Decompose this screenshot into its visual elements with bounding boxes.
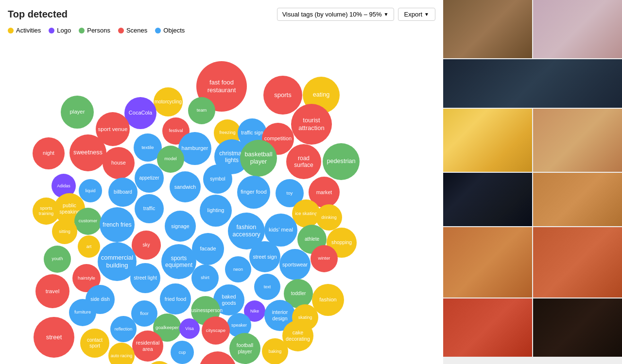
- filter-label: Visual tags (by volume) 10% – 95%: [282, 11, 382, 18]
- thumbnail-10[interactable]: [443, 298, 532, 357]
- chevron-down-icon: ▼: [384, 12, 389, 17]
- bubble-night[interactable]: night: [33, 137, 65, 169]
- thumbnail-11[interactable]: [533, 298, 622, 357]
- bubble-team[interactable]: team: [188, 97, 215, 124]
- bubble-motorcycling[interactable]: motorcycling: [154, 87, 183, 116]
- bubble-sports-equipment[interactable]: sports equipment: [161, 244, 196, 279]
- filter-button[interactable]: Visual tags (by volume) 10% – 95% ▼: [277, 8, 394, 21]
- bubble-sportswear[interactable]: sportswear: [279, 249, 311, 280]
- thumbnail-7[interactable]: [533, 173, 622, 226]
- bubble-youth[interactable]: youth: [44, 246, 71, 273]
- bubble-fried-food[interactable]: fried food: [160, 283, 191, 314]
- bubble-sports-training[interactable]: sports training: [33, 198, 60, 225]
- bubble-cup[interactable]: cup: [171, 341, 194, 364]
- bubble-tourist-attraction[interactable]: tourist attraction: [291, 104, 332, 145]
- bubble-basketball-player[interactable]: basketball player: [240, 140, 277, 177]
- bubble-player[interactable]: player: [61, 96, 94, 129]
- legend-label-logo: Logo: [57, 27, 71, 34]
- bubble-traffic[interactable]: traffic: [135, 194, 164, 223]
- bubble-street-sign[interactable]: street sign: [249, 241, 280, 272]
- left-panel: Top detected Visual tags (by volume) 10%…: [0, 0, 443, 364]
- controls: Visual tags (by volume) 10% – 95% ▼ Expo…: [277, 8, 435, 21]
- bubble-lighting[interactable]: lighting: [200, 195, 232, 227]
- thumbnail-1[interactable]: [443, 0, 532, 58]
- legend-item-objects: Objects: [155, 27, 185, 34]
- thumbnail-6[interactable]: [443, 173, 532, 226]
- bubble-cocacola[interactable]: CocaCola: [124, 97, 156, 129]
- legend-dot-persons: [79, 28, 85, 33]
- thumbnail-9[interactable]: [533, 227, 622, 298]
- bubble-street-light[interactable]: street light: [130, 263, 160, 293]
- bubble-house[interactable]: house: [103, 147, 135, 179]
- legend-dot-activities: [8, 28, 14, 33]
- bubble-french-fries[interactable]: french fries: [100, 207, 135, 242]
- legend-dot-objects: [155, 28, 161, 33]
- bubble-play[interactable]: play: [146, 361, 173, 364]
- bubble-road-surface[interactable]: road surface: [286, 144, 321, 179]
- bubble-signage[interactable]: signage: [165, 211, 196, 242]
- main-container: Top detected Visual tags (by volume) 10%…: [0, 0, 622, 364]
- legend-label-scenes: Scenes: [126, 27, 147, 34]
- bubble-billboard[interactable]: billboard: [108, 178, 138, 207]
- bubble-street[interactable]: street: [34, 317, 74, 358]
- legend: ActivitiesLogoPersonsScenesObjects: [8, 27, 435, 34]
- bubble-text[interactable]: text: [254, 274, 280, 300]
- thumbnail-5[interactable]: [533, 109, 622, 172]
- bubble-auto-racing[interactable]: auto racing: [108, 343, 135, 364]
- bubble-customer[interactable]: customer: [74, 208, 102, 235]
- bubble-sitting[interactable]: sitting: [52, 219, 77, 244]
- bubble-contact-sport[interactable]: contact sport: [80, 329, 109, 358]
- bubble-sweetness[interactable]: sweetness: [69, 134, 106, 171]
- thumbnail-4[interactable]: [443, 109, 532, 172]
- legend-label-activities: Activities: [16, 27, 41, 34]
- legend-label-objects: Objects: [163, 27, 185, 34]
- bubble-neon[interactable]: neon: [225, 256, 251, 282]
- bubble-art[interactable]: art: [78, 235, 100, 258]
- bubble-shirt[interactable]: shirt: [191, 265, 219, 292]
- thumbnail-8[interactable]: [443, 227, 532, 298]
- bubble-sports[interactable]: sports: [263, 76, 302, 115]
- bubble-liquid[interactable]: liquid: [79, 179, 102, 202]
- bubble-reflection[interactable]: reflection: [110, 316, 137, 342]
- image-grid: [443, 0, 622, 364]
- bubble-appetizer[interactable]: appetizer: [135, 164, 164, 193]
- bubble-residential-area[interactable]: residential area: [132, 331, 163, 362]
- bubble-chart: fast food restaurantsportseatingplayermo…: [8, 38, 435, 339]
- bubble-sandwich[interactable]: sandwich: [170, 171, 201, 202]
- legend-item-persons: Persons: [79, 27, 110, 34]
- legend-label-persons: Persons: [87, 27, 110, 34]
- bubble-baking[interactable]: baking: [262, 338, 288, 364]
- thumbnail-3[interactable]: [443, 59, 622, 108]
- bubble-pedestrian[interactable]: pedestrian: [323, 143, 360, 180]
- legend-item-logo: Logo: [49, 27, 71, 34]
- bubble-football-player[interactable]: football player: [229, 333, 260, 364]
- bubble-model[interactable]: model: [157, 146, 184, 173]
- bubble-finger-food[interactable]: finger food: [237, 176, 270, 209]
- header: Top detected Visual tags (by volume) 10%…: [8, 8, 435, 21]
- thumbnail-2[interactable]: [533, 0, 622, 58]
- bubble-winter[interactable]: winter: [311, 245, 338, 272]
- bubble-cityscape[interactable]: cityscape: [202, 316, 230, 345]
- legend-dot-logo: [49, 28, 54, 33]
- chevron-down-icon: ▼: [424, 12, 429, 17]
- legend-item-activities: Activities: [8, 27, 41, 34]
- bubble-furniture[interactable]: furniture: [69, 299, 96, 326]
- export-button[interactable]: Export ▼: [398, 8, 435, 21]
- page-title: Top detected: [8, 9, 68, 20]
- export-label: Export: [404, 11, 423, 18]
- bubble-facade[interactable]: facade: [192, 233, 224, 265]
- legend-item-scenes: Scenes: [118, 27, 147, 34]
- bubble-visa[interactable]: Visa: [179, 318, 200, 339]
- bubble-sky[interactable]: sky: [132, 231, 161, 260]
- legend-dot-scenes: [118, 28, 124, 33]
- bubble-travel[interactable]: travel: [35, 274, 69, 308]
- bubble-symbol[interactable]: symbol: [203, 165, 232, 194]
